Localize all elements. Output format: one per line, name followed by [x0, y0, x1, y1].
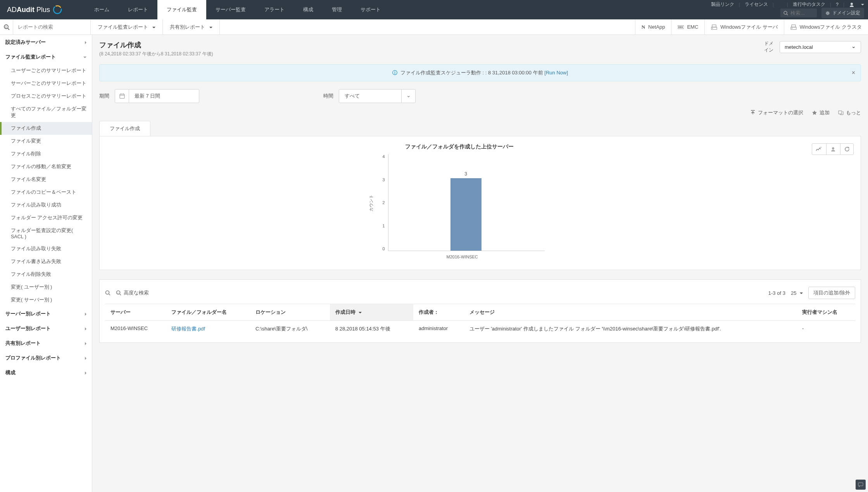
domain-label: ドメイン — [764, 40, 776, 53]
more-button[interactable]: もっと — [838, 109, 861, 116]
svg-rect-14 — [712, 25, 716, 27]
side-item-ファイル削除失敗[interactable]: ファイル削除失敗 — [0, 268, 92, 281]
svg-text:+: + — [820, 146, 822, 149]
period-picker[interactable]: 最新 7 日間 — [115, 89, 199, 103]
storage-icon: N — [642, 24, 645, 30]
link-product[interactable]: 製品リンク — [711, 1, 734, 8]
nav-レポート[interactable]: レポート — [119, 0, 157, 19]
banner-text: ファイル作成監査スケジューラ動作 : : 8 31,2018 03:00:00 … — [400, 70, 544, 76]
link-tasks[interactable]: 進行中のタスク — [793, 1, 825, 8]
side-group-共有別レポート[interactable]: 共有別レポート — [0, 336, 92, 351]
report-search-input[interactable] — [13, 20, 91, 34]
nav-ホーム[interactable]: ホーム — [85, 0, 119, 19]
subnav-共有別レポート[interactable]: 共有別レポート — [163, 19, 220, 35]
side-item-変更( サーバー別 )[interactable]: 変更( サーバー別 ) — [0, 294, 92, 306]
side-group-設定済みサーバー[interactable]: 設定済みサーバー — [0, 35, 92, 50]
col-作成日時[interactable]: 作成日時 — [330, 304, 413, 321]
storage-EMC[interactable]: EMC — [671, 19, 704, 35]
storage-NetApp[interactable]: NNetApp — [635, 19, 671, 35]
content: ファイル作成 (8 24,2018 02:33:37 午後から8 31,2018… — [92, 35, 868, 492]
caret-down-icon — [798, 290, 803, 296]
notification-bell-icon[interactable] — [778, 3, 782, 7]
col-作成者：[interactable]: 作成者： — [413, 304, 464, 321]
side-item-ファイル読み取り成功[interactable]: ファイル読み取り成功 — [0, 199, 92, 212]
nav-管理[interactable]: 管理 — [323, 0, 351, 19]
side-group-ファイル監査レポート[interactable]: ファイル監査レポート — [0, 50, 92, 64]
link-license[interactable]: ライセンス — [745, 1, 768, 8]
svg-rect-31 — [858, 483, 863, 486]
chevron-right-icon — [85, 355, 86, 361]
hour-dropdown[interactable]: すべて — [339, 89, 416, 103]
domain-config-button[interactable]: ドメイン設定 — [821, 8, 864, 18]
side-group-ユーザー別レポート[interactable]: ユーザー別レポート — [0, 321, 92, 336]
export-format-button[interactable]: フォーマットの選択 — [750, 109, 803, 116]
nav-ファイル監査[interactable]: ファイル監査 — [157, 0, 206, 19]
side-item-すべてのファイル／フォルダー変更[interactable]: すべてのファイル／フォルダー変更 — [0, 103, 92, 122]
chart-user-icon[interactable] — [826, 144, 839, 155]
report-search-icon[interactable]: α — [0, 19, 13, 35]
nav-サーバー監査[interactable]: サーバー監査 — [206, 0, 255, 19]
side-group-構成[interactable]: 構成 — [0, 365, 92, 380]
calendar-icon — [115, 89, 129, 103]
table-search-icon[interactable] — [105, 290, 110, 296]
side-item-ファイルのコピー＆ペースト[interactable]: ファイルのコピー＆ペースト — [0, 186, 92, 199]
cell-server: M2016-WINSEC — [105, 321, 166, 337]
close-icon[interactable]: × — [852, 69, 855, 76]
chart-refresh-icon[interactable] — [840, 144, 853, 155]
side-item-ファイルの移動／名前変更[interactable]: ファイルの移動／名前変更 — [0, 160, 92, 173]
col-ロケーション[interactable]: ロケーション — [250, 304, 330, 321]
global-search[interactable] — [780, 9, 817, 17]
logo-text-ad: AD — [7, 6, 17, 14]
side-item-ファイル削除[interactable]: ファイル削除 — [0, 148, 92, 160]
subnav-ファイル監査レポート[interactable]: ファイル監査レポート — [91, 19, 163, 35]
storage-Windowsファイル サーバ[interactable]: Windowsファイル サーバ — [704, 19, 783, 35]
side-item-ファイル変更[interactable]: ファイル変更 — [0, 135, 92, 148]
svg-line-7 — [8, 28, 9, 30]
side-group-プロファイル別レポート[interactable]: プロファイル別レポート — [0, 351, 92, 365]
user-menu-caret-icon[interactable] — [859, 2, 864, 7]
side-group-サーバー別レポート[interactable]: サーバー別レポート — [0, 306, 92, 321]
side-item-プロセスごとのサマリーレポート[interactable]: プロセスごとのサマリーレポート — [0, 90, 92, 103]
chart-add-icon[interactable]: + — [812, 144, 825, 155]
user-avatar[interactable] — [849, 2, 854, 7]
columns-button[interactable]: 項目の追加/除外 — [808, 287, 855, 299]
side-item-変更( ユーザー別 )[interactable]: 変更( ユーザー別 ) — [0, 281, 92, 294]
logo[interactable]: ADAudit Plus — [0, 5, 69, 15]
results-table: サーバーファイル／フォルダー名ロケーション作成日時 作成者：メッセージ実行者マシ… — [105, 304, 855, 337]
advanced-search-button[interactable]: + 高度な検索 — [116, 289, 149, 296]
file-link[interactable]: 研修報告書.pdf — [171, 326, 205, 332]
domain-dropdown[interactable]: metech.local — [780, 41, 861, 53]
help-icon[interactable]: ? — [836, 2, 839, 7]
more-label: もっと — [846, 109, 861, 116]
tab-ファイル作成[interactable]: ファイル作成 — [99, 121, 150, 136]
add-favorite-button[interactable]: 追加 — [812, 109, 830, 116]
logo-swirl-icon — [52, 5, 62, 15]
side-item-ファイル読み取り失敗[interactable]: ファイル読み取り失敗 — [0, 243, 92, 255]
nav-サポート[interactable]: サポート — [351, 0, 390, 19]
chart-panel: + ファイル／フォルダを作成した上位サーバー カウント 432103M2016-… — [99, 136, 861, 270]
nav-構成[interactable]: 構成 — [294, 0, 323, 19]
side-item-ユーザーごとのサマリーレポート[interactable]: ユーザーごとのサマリーレポート — [0, 64, 92, 77]
bar-M2016-WINSEC[interactable] — [450, 178, 481, 251]
col-ファイル／フォルダー名[interactable]: ファイル／フォルダー名 — [166, 304, 250, 321]
caret-down-icon — [207, 24, 212, 30]
run-now-link[interactable]: [Run Now] — [544, 70, 568, 76]
nav-アラート[interactable]: アラート — [255, 0, 294, 19]
side-item-フォルダー アクセス許可の変更[interactable]: フォルダー アクセス許可の変更 — [0, 212, 92, 224]
side-item-ファイル作成[interactable]: ファイル作成 — [0, 122, 92, 135]
col-実行者マシン名[interactable]: 実行者マシン名 — [797, 304, 855, 321]
page-size-dropdown[interactable]: 25 — [791, 290, 803, 296]
side-item-ファイル書き込み失敗[interactable]: ファイル書き込み失敗 — [0, 255, 92, 268]
storage-Windowsファイル クラスタ[interactable]: Windowsファイル クラスタ — [784, 19, 868, 35]
svg-point-5 — [827, 12, 828, 14]
footer-chat-icon[interactable] — [856, 480, 866, 490]
side-item-サーバーごとのサマリーレポート[interactable]: サーバーごとのサマリーレポート — [0, 77, 92, 90]
y-axis-label: カウント — [368, 194, 374, 212]
side-item-フォルダー監査設定の変更( SACL )[interactable]: フォルダー監査設定の変更( SACL ) — [0, 224, 92, 243]
col-メッセージ[interactable]: メッセージ — [464, 304, 797, 321]
global-search-input[interactable] — [790, 10, 814, 16]
logo-text-plus: Plus — [35, 6, 50, 14]
svg-rect-12 — [682, 26, 683, 28]
side-item-ファイル名変更[interactable]: ファイル名変更 — [0, 173, 92, 186]
col-サーバー[interactable]: サーバー — [105, 304, 166, 321]
